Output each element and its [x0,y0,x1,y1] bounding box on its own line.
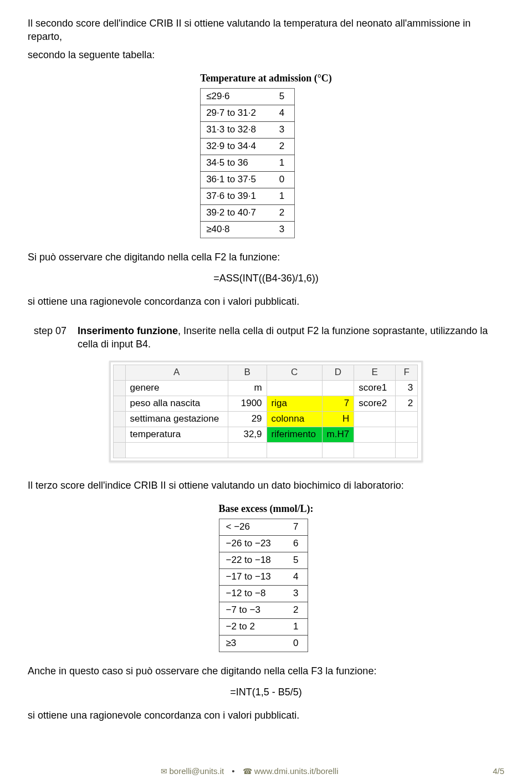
ss-row-gutter [113,396,125,411]
ss-empty-cell [125,442,228,458]
footer-url: www.dmi.units.it/borelli [254,766,339,776]
ss-cell: m [228,381,267,396]
temp-score-cell: 4 [273,105,295,122]
temp-range-cell: 36·1 to 37·5 [201,171,273,188]
temp-range-cell: ≤29·6 [201,89,273,105]
intro-3: Il terzo score dell'indice CRIB II si ot… [28,479,504,492]
ss-empty-cell [354,442,396,458]
ss-row-gutter [113,411,125,427]
ss-cell [354,411,396,427]
be-range-cell: −7 to −3 [219,602,285,619]
be-range-cell: ≥3 [219,635,285,652]
ss-cell: H [322,411,354,427]
intro-line-1: Il secondo score dell'indice CRIB II si … [28,17,504,44]
step-title: Inserimento funzione [78,325,178,336]
be-range-cell: −22 to −18 [219,552,285,569]
be-table-title: Base excess (mmol/L): [219,502,314,515]
temp-score-cell: 2 [273,204,295,221]
formula-2: =INT(1,5 - B5/5) [28,685,504,699]
ss-col-header: D [322,365,354,381]
temp-range-cell: 31·3 to 32·8 [201,122,273,139]
ss-cell: genere [125,381,228,396]
concordance-2: si ottiene una ragionevole concordanza c… [28,709,504,722]
ss-cell: riga [267,396,322,411]
ss-empty-cell [267,442,322,458]
ss-col-header: C [267,365,322,381]
spreadsheet-snippet: ABCDEF generemscore13peso alla nascita19… [109,361,423,462]
be-score-cell: 7 [285,519,308,536]
concordance-1: si ottiene una ragionevole concordanza c… [28,295,504,308]
temp-range-cell: 37·6 to 39·1 [201,188,273,204]
be-score-cell: 1 [285,618,308,635]
be-range-cell: −12 to −8 [219,586,285,602]
ss-col-header: B [228,365,267,381]
be-score-cell: 5 [285,552,308,569]
base-excess-table: < −267−26 to −236−22 to −185−17 to −134−… [219,519,308,652]
be-range-cell: −26 to −23 [219,536,285,552]
temp-range-cell: 29·7 to 31·2 [201,105,273,122]
be-range-cell: −2 to 2 [219,618,285,635]
ss-cell: peso alla nascita [125,396,228,411]
ss-cell: settimana gestazione [125,411,228,427]
be-range-cell: −17 to −13 [219,569,285,586]
temp-score-cell: 1 [273,155,295,171]
ss-row-gutter [113,381,125,396]
ss-cell [354,427,396,442]
step-body: Inserimento funzione, Inserite nella cel… [78,324,504,351]
ss-cell: 7 [322,396,354,411]
observe-text-2: Anche in questo caso si può osservare ch… [28,664,504,678]
be-score-cell: 6 [285,536,308,552]
phone-icon: ☎ [243,767,252,776]
temp-range-cell: 39·2 to 40·7 [201,204,273,221]
ss-cell: riferimento [267,427,322,442]
ss-cell: 2 [396,396,418,411]
ss-cell: 32,9 [228,427,267,442]
temp-score-cell: 0 [273,171,295,188]
temp-score-cell: 3 [273,221,295,238]
be-score-cell: 0 [285,635,308,652]
ss-cell: score1 [354,381,396,396]
ss-col-header [113,365,125,381]
ss-cell [396,411,418,427]
formula-1: =ASS(INT((B4-36)/1,6)) [28,271,504,285]
be-score-cell: 4 [285,569,308,586]
temp-score-cell: 5 [273,89,295,105]
temperature-table: ≤29·6529·7 to 31·2431·3 to 32·8332·9 to … [200,88,295,238]
ss-empty-cell [322,442,354,458]
mail-icon: ✉ [161,767,167,776]
ss-empty-cell [113,442,125,458]
observe-text-1: Si può osservare che digitando nella cel… [28,250,504,264]
temp-score-cell: 1 [273,188,295,204]
ss-cell [322,381,354,396]
ss-cell: m.H7 [322,427,354,442]
ss-cell: score2 [354,396,396,411]
ss-row-gutter [113,427,125,442]
ss-cell: temperatura [125,427,228,442]
be-score-cell: 3 [285,586,308,602]
step-block: step 07 Inserimento funzione, Inserite n… [28,324,504,351]
ss-cell: 3 [396,381,418,396]
temp-score-cell: 2 [273,139,295,155]
be-score-cell: 2 [285,602,308,619]
footer-separator: • [232,766,234,776]
ss-col-header: E [354,365,396,381]
temp-table-title: Temperature at admission (°C) [200,71,332,85]
page-number: 4/5 [471,766,504,777]
ss-col-header: F [396,365,418,381]
temp-range-cell: 32·9 to 34·4 [201,139,273,155]
ss-cell [267,381,322,396]
ss-cell: 29 [228,411,267,427]
footer-email: borelli@units.it [170,766,224,776]
temp-range-cell: 34·5 to 36 [201,155,273,171]
ss-empty-cell [228,442,267,458]
page-footer: ✉borelli@units.it • ☎www.dmi.units.it/bo… [28,761,504,777]
step-label: step 07 [28,324,78,351]
ss-col-header: A [125,365,228,381]
temp-score-cell: 3 [273,122,295,139]
intro-line-2: secondo la seguente tabella: [28,48,504,62]
temp-range-cell: ≥40·8 [201,221,273,238]
ss-empty-cell [396,442,418,458]
ss-cell: 1900 [228,396,267,411]
ss-cell [396,427,418,442]
be-range-cell: < −26 [219,519,285,536]
